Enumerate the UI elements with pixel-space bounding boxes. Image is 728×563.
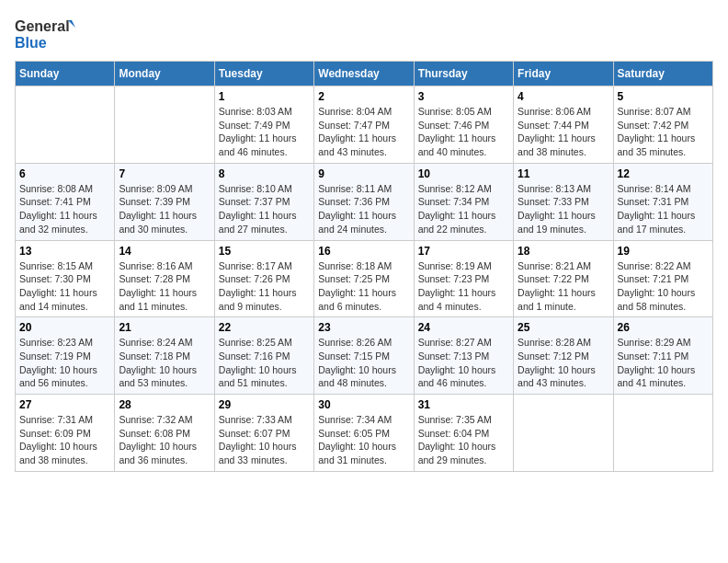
weekday-header-tuesday: Tuesday [214, 62, 313, 86]
day-number: 25 [518, 321, 609, 334]
day-number: 4 [518, 90, 609, 103]
day-number: 20 [19, 321, 110, 334]
calendar-cell [115, 86, 214, 164]
day-number: 30 [318, 398, 409, 411]
calendar-cell: 21Sunrise: 8:24 AM Sunset: 7:18 PM Dayli… [115, 317, 214, 395]
day-info: Sunrise: 8:12 AM Sunset: 7:34 PM Dayligh… [418, 182, 509, 236]
day-info: Sunrise: 8:28 AM Sunset: 7:12 PM Dayligh… [518, 336, 609, 390]
calendar-cell: 19Sunrise: 8:22 AM Sunset: 7:21 PM Dayli… [613, 240, 712, 317]
calendar-cell: 30Sunrise: 7:34 AM Sunset: 6:05 PM Dayli… [314, 395, 414, 472]
day-info: Sunrise: 8:29 AM Sunset: 7:11 PM Dayligh… [618, 336, 709, 390]
day-number: 6 [19, 167, 110, 180]
calendar-cell [514, 395, 613, 472]
calendar-cell: 22Sunrise: 8:25 AM Sunset: 7:16 PM Dayli… [214, 317, 313, 395]
day-info: Sunrise: 8:17 AM Sunset: 7:26 PM Dayligh… [219, 259, 310, 314]
calendar-cell: 18Sunrise: 8:21 AM Sunset: 7:22 PM Dayli… [514, 240, 613, 317]
calendar-cell: 1Sunrise: 8:03 AM Sunset: 7:49 PM Daylig… [214, 86, 313, 164]
weekday-header-row: SundayMondayTuesdayWednesdayThursdayFrid… [16, 62, 713, 86]
logo: GeneralBlue [15, 15, 79, 52]
calendar: SundayMondayTuesdayWednesdayThursdayFrid… [15, 61, 713, 472]
calendar-cell: 25Sunrise: 8:28 AM Sunset: 7:12 PM Dayli… [514, 317, 613, 395]
calendar-cell: 28Sunrise: 7:32 AM Sunset: 6:08 PM Dayli… [115, 395, 214, 472]
calendar-cell: 8Sunrise: 8:10 AM Sunset: 7:37 PM Daylig… [214, 163, 313, 240]
weekday-header-wednesday: Wednesday [314, 62, 414, 86]
calendar-cell: 23Sunrise: 8:26 AM Sunset: 7:15 PM Dayli… [314, 317, 414, 395]
day-info: Sunrise: 8:19 AM Sunset: 7:23 PM Dayligh… [418, 259, 509, 314]
day-info: Sunrise: 8:23 AM Sunset: 7:19 PM Dayligh… [19, 336, 110, 390]
calendar-cell: 13Sunrise: 8:15 AM Sunset: 7:30 PM Dayli… [16, 240, 115, 317]
calendar-cell: 16Sunrise: 8:18 AM Sunset: 7:25 PM Dayli… [314, 240, 414, 317]
day-info: Sunrise: 8:27 AM Sunset: 7:13 PM Dayligh… [418, 336, 509, 390]
calendar-cell: 29Sunrise: 7:33 AM Sunset: 6:07 PM Dayli… [214, 395, 313, 472]
day-number: 29 [219, 398, 310, 411]
day-info: Sunrise: 8:03 AM Sunset: 7:49 PM Dayligh… [219, 105, 310, 159]
day-info: Sunrise: 8:16 AM Sunset: 7:28 PM Dayligh… [119, 259, 210, 314]
week-row-2: 13Sunrise: 8:15 AM Sunset: 7:30 PM Dayli… [16, 240, 713, 317]
day-number: 10 [418, 167, 509, 180]
day-number: 2 [318, 90, 409, 103]
calendar-cell [16, 86, 115, 164]
weekday-header-friday: Friday [514, 62, 613, 86]
day-info: Sunrise: 8:14 AM Sunset: 7:31 PM Dayligh… [618, 182, 709, 236]
day-number: 7 [119, 167, 210, 180]
calendar-cell: 6Sunrise: 8:08 AM Sunset: 7:41 PM Daylig… [16, 163, 115, 240]
calendar-cell: 15Sunrise: 8:17 AM Sunset: 7:26 PM Dayli… [214, 240, 313, 317]
day-info: Sunrise: 8:07 AM Sunset: 7:42 PM Dayligh… [618, 105, 709, 159]
svg-text:Blue: Blue [15, 35, 47, 51]
day-number: 26 [618, 321, 709, 334]
day-number: 3 [418, 90, 509, 103]
day-number: 11 [518, 167, 609, 180]
day-number: 27 [19, 398, 110, 411]
day-number: 16 [318, 245, 409, 258]
calendar-cell: 10Sunrise: 8:12 AM Sunset: 7:34 PM Dayli… [414, 163, 513, 240]
day-info: Sunrise: 7:34 AM Sunset: 6:05 PM Dayligh… [318, 413, 409, 467]
week-row-1: 6Sunrise: 8:08 AM Sunset: 7:41 PM Daylig… [16, 163, 713, 240]
calendar-cell: 17Sunrise: 8:19 AM Sunset: 7:23 PM Dayli… [414, 240, 513, 317]
calendar-cell: 7Sunrise: 8:09 AM Sunset: 7:39 PM Daylig… [115, 163, 214, 240]
calendar-cell: 11Sunrise: 8:13 AM Sunset: 7:33 PM Dayli… [514, 163, 613, 240]
svg-text:General: General [15, 18, 70, 34]
day-info: Sunrise: 8:05 AM Sunset: 7:46 PM Dayligh… [418, 105, 509, 159]
day-info: Sunrise: 8:15 AM Sunset: 7:30 PM Dayligh… [19, 259, 110, 314]
day-info: Sunrise: 7:35 AM Sunset: 6:04 PM Dayligh… [418, 413, 509, 467]
calendar-cell: 14Sunrise: 8:16 AM Sunset: 7:28 PM Dayli… [115, 240, 214, 317]
day-info: Sunrise: 8:11 AM Sunset: 7:36 PM Dayligh… [318, 182, 409, 236]
day-info: Sunrise: 8:26 AM Sunset: 7:15 PM Dayligh… [318, 336, 409, 390]
day-info: Sunrise: 8:21 AM Sunset: 7:22 PM Dayligh… [518, 259, 609, 314]
calendar-cell: 5Sunrise: 8:07 AM Sunset: 7:42 PM Daylig… [613, 86, 712, 164]
calendar-cell [613, 395, 712, 472]
day-number: 12 [618, 167, 709, 180]
day-number: 5 [618, 90, 709, 103]
day-number: 18 [518, 245, 609, 258]
day-info: Sunrise: 8:22 AM Sunset: 7:21 PM Dayligh… [618, 259, 709, 314]
calendar-cell: 24Sunrise: 8:27 AM Sunset: 7:13 PM Dayli… [414, 317, 513, 395]
day-number: 19 [618, 245, 709, 258]
day-info: Sunrise: 7:31 AM Sunset: 6:09 PM Dayligh… [19, 413, 110, 467]
day-info: Sunrise: 8:08 AM Sunset: 7:41 PM Dayligh… [19, 182, 110, 236]
day-info: Sunrise: 8:25 AM Sunset: 7:16 PM Dayligh… [219, 336, 310, 390]
day-number: 28 [119, 398, 210, 411]
day-number: 1 [219, 90, 310, 103]
calendar-cell: 2Sunrise: 8:04 AM Sunset: 7:47 PM Daylig… [314, 86, 414, 164]
day-number: 24 [418, 321, 509, 334]
day-number: 22 [219, 321, 310, 334]
day-info: Sunrise: 8:06 AM Sunset: 7:44 PM Dayligh… [518, 105, 609, 159]
day-number: 14 [119, 245, 210, 258]
calendar-cell: 3Sunrise: 8:05 AM Sunset: 7:46 PM Daylig… [414, 86, 513, 164]
day-info: Sunrise: 8:10 AM Sunset: 7:37 PM Dayligh… [219, 182, 310, 236]
day-number: 17 [418, 245, 509, 258]
day-info: Sunrise: 7:32 AM Sunset: 6:08 PM Dayligh… [119, 413, 210, 467]
week-row-3: 20Sunrise: 8:23 AM Sunset: 7:19 PM Dayli… [16, 317, 713, 395]
calendar-cell: 26Sunrise: 8:29 AM Sunset: 7:11 PM Dayli… [613, 317, 712, 395]
day-number: 8 [219, 167, 310, 180]
day-number: 9 [318, 167, 409, 180]
weekday-header-sunday: Sunday [16, 62, 115, 86]
weekday-header-monday: Monday [115, 62, 214, 86]
day-info: Sunrise: 8:13 AM Sunset: 7:33 PM Dayligh… [518, 182, 609, 236]
day-number: 31 [418, 398, 509, 411]
calendar-cell: 4Sunrise: 8:06 AM Sunset: 7:44 PM Daylig… [514, 86, 613, 164]
weekday-header-thursday: Thursday [414, 62, 513, 86]
day-number: 13 [19, 245, 110, 258]
logo-svg: GeneralBlue [15, 15, 79, 52]
day-number: 23 [318, 321, 409, 334]
